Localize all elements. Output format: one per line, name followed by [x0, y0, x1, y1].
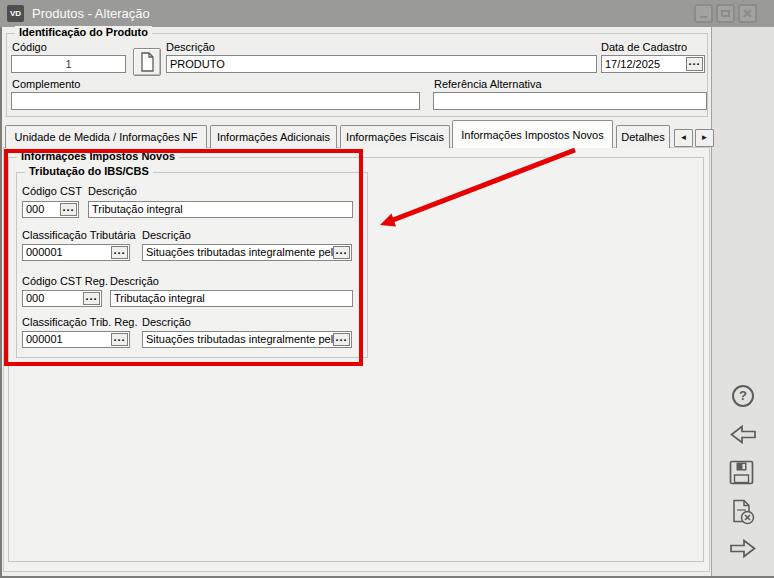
right-triangle-icon: ►: [701, 133, 709, 142]
ellipsis-icon: ...: [113, 333, 125, 343]
data-cadastro-label: Data de Cadastro: [601, 41, 687, 53]
tab-unidade-medida[interactable]: Unidade de Medida / Informações NF: [5, 125, 207, 148]
classificacao-tributaria-desc-value: Situações tributadas integralmente pelo: [146, 246, 339, 258]
window-title: Produtos - Alteração: [32, 0, 150, 27]
tab-detalhes[interactable]: Detalhes: [616, 125, 670, 148]
save-button[interactable]: [729, 460, 757, 488]
titlebar: VD Produtos - Alteração: [0, 0, 774, 27]
tab-scroll-left-button[interactable]: ◄: [674, 129, 693, 147]
classificacao-trib-reg-lookup-button[interactable]: ...: [111, 333, 128, 346]
classificacao-tributaria-desc-field[interactable]: Situações tributadas integralmente pelo …: [142, 244, 352, 261]
codigo-cst-reg-value: 000: [26, 292, 44, 304]
complemento-field[interactable]: [11, 92, 420, 110]
classificacao-trib-reg-value: 000001: [26, 333, 63, 345]
close-icon: [740, 6, 755, 21]
referencia-field[interactable]: [433, 92, 707, 110]
ellipsis-icon: ...: [335, 246, 347, 256]
classificacao-tributaria-desc-label: Descrição: [142, 229, 191, 241]
codigo-label: Código: [12, 41, 47, 53]
ellipsis-icon: ...: [688, 57, 700, 67]
classificacao-trib-reg-desc-value: Situações tributadas integralmente pelo: [146, 333, 339, 345]
tributacao-group-title: Tributação do IBS/CBS: [25, 165, 153, 177]
codigo-field[interactable]: 1: [11, 55, 126, 73]
descricao-label: Descrição: [166, 41, 215, 53]
classificacao-tributaria-value: 000001: [26, 246, 63, 258]
codigo-cst-reg-label: Código CST Reg.: [22, 275, 108, 287]
data-cadastro-field[interactable]: 17/12/2025 ...: [601, 55, 705, 73]
back-button[interactable]: [729, 423, 757, 451]
save-icon: [729, 460, 755, 486]
referencia-label: Referência Alternativa: [434, 78, 542, 90]
complemento-label: Complemento: [12, 78, 80, 90]
ellipsis-icon: ...: [62, 203, 74, 213]
tab-informacoes-impostos-novos[interactable]: Informações Impostos Novos: [452, 120, 613, 148]
classificacao-trib-reg-label: Classificação Trib. Reg.: [22, 316, 138, 328]
maximize-icon: [721, 10, 730, 17]
classificacao-tributaria-label: Classificação Tributária: [22, 229, 136, 241]
codigo-cst-lookup-button[interactable]: ...: [60, 203, 77, 216]
classificacao-tributaria-lookup-button[interactable]: ...: [111, 246, 128, 259]
ellipsis-icon: ...: [85, 292, 97, 302]
codigo-cst-field[interactable]: 000 ...: [22, 201, 79, 218]
codigo-cst-reg-desc-label: Descrição: [110, 275, 159, 287]
tab-informacoes-adicionais[interactable]: Informações Adicionais: [210, 125, 337, 148]
help-button[interactable]: ?: [729, 384, 757, 412]
ellipsis-icon: ...: [335, 333, 347, 343]
window-border-left: [0, 27, 2, 578]
identification-group-title: Identificação do Produto: [15, 26, 152, 38]
forward-button[interactable]: [729, 537, 757, 565]
classificacao-trib-reg-field[interactable]: 000001 ...: [22, 331, 130, 348]
classificacao-trib-reg-desc-button[interactable]: ...: [333, 333, 350, 346]
back-arrow-icon: [729, 423, 757, 446]
descricao-field[interactable]: PRODUTO: [166, 55, 597, 73]
right-toolbar: ?: [711, 27, 774, 576]
close-button[interactable]: [738, 4, 757, 23]
date-picker-button[interactable]: ...: [686, 57, 703, 71]
codigo-cst-desc-label: Descrição: [88, 185, 137, 197]
minimize-icon: [700, 16, 707, 18]
classificacao-trib-reg-desc-field[interactable]: Situações tributadas integralmente pelo …: [142, 331, 352, 348]
codigo-cst-reg-field[interactable]: 000 ...: [22, 290, 102, 307]
ellipsis-icon: ...: [113, 246, 125, 256]
data-cadastro-value: 17/12/2025: [605, 58, 660, 70]
copy-product-button[interactable]: [133, 48, 161, 76]
codigo-cst-reg-lookup-button[interactable]: ...: [83, 292, 100, 305]
classificacao-tributaria-field[interactable]: 000001 ...: [22, 244, 130, 261]
left-triangle-icon: ◄: [680, 133, 688, 142]
forward-arrow-icon: [729, 537, 757, 560]
product-edit-window: VD Produtos - Alteração Identificação do…: [0, 0, 774, 578]
codigo-cst-value: 000: [26, 203, 44, 215]
classificacao-tributaria-desc-button[interactable]: ...: [333, 246, 350, 259]
delete-document-icon: [729, 498, 757, 526]
app-icon: VD: [7, 5, 24, 22]
impostos-group-title: Informações Impostos Novos: [17, 150, 179, 162]
classificacao-trib-reg-desc-label: Descrição: [142, 316, 191, 328]
codigo-cst-label: Código CST: [22, 185, 82, 197]
tab-informacoes-fiscais[interactable]: Informações Fiscais: [340, 125, 450, 148]
tab-scroll-right-button[interactable]: ►: [695, 129, 714, 147]
codigo-cst-reg-desc-field[interactable]: Tributação integral: [110, 290, 353, 307]
document-icon: [139, 52, 165, 78]
maximize-button[interactable]: [716, 4, 735, 23]
help-icon: ?: [732, 385, 754, 407]
delete-record-button[interactable]: [729, 498, 757, 526]
codigo-cst-desc-field[interactable]: Tributação integral: [88, 201, 353, 218]
minimize-button[interactable]: [694, 4, 713, 23]
